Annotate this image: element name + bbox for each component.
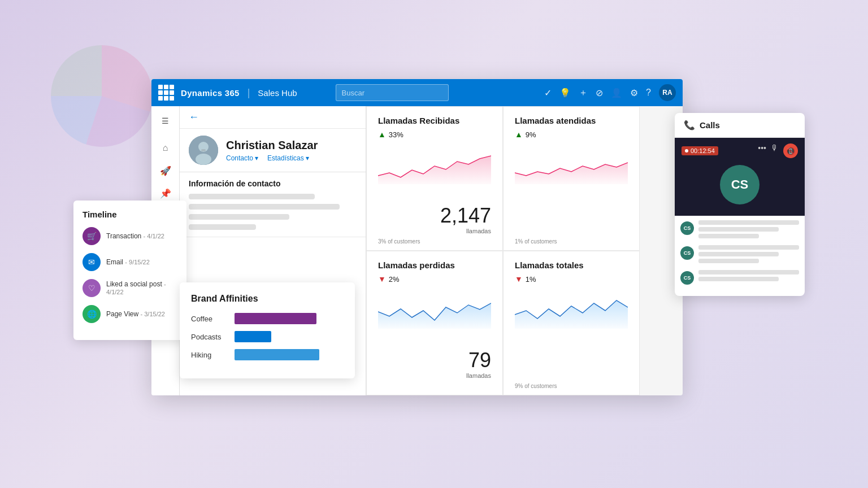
user-icon[interactable]: 👤	[611, 88, 622, 98]
sidebar-home-icon[interactable]: ⌂	[155, 138, 176, 158]
call-list-lines-1	[698, 245, 799, 263]
waffle-dot	[164, 85, 168, 89]
contact-name: Christian Salazar	[226, 139, 318, 152]
contact-tab-estadisticas[interactable]: Estadísticas ▾	[267, 154, 309, 162]
info-title: Información de contacto	[189, 179, 357, 188]
brand-label-coffee: Coffee	[191, 315, 228, 323]
brand-name: Dynamics 365	[181, 88, 240, 98]
timeline-title: Timeline	[83, 210, 177, 219]
sparkline-3	[515, 289, 628, 329]
call-controls: 00:12:54 ••• 🎙 📵	[682, 143, 798, 158]
brand-bar-coffee	[235, 313, 316, 324]
call-line-2	[698, 227, 779, 232]
stat-card-recibidas: Llamadas Recibidas ▲ 33%	[366, 106, 503, 251]
waffle-dot	[158, 85, 163, 89]
call-list-item-2: CS	[680, 270, 799, 285]
call-line-4	[698, 245, 799, 250]
timeline-text-0: Transaction - 4/1/22	[106, 232, 164, 240]
timeline-icon-0: 🛒	[83, 227, 101, 245]
avatar-image	[189, 136, 218, 165]
recording-dot	[685, 149, 688, 152]
search-bar[interactable]	[336, 84, 449, 101]
svg-point-2	[196, 154, 211, 165]
brand-bar-podcasts	[235, 331, 271, 342]
trend-up-icon: ▲	[378, 130, 386, 139]
stat-value-0: 2,147llamadas	[440, 204, 491, 234]
bulb-icon[interactable]: 💡	[559, 88, 571, 98]
stat-footnote-3: 9% of customers	[515, 383, 557, 389]
info-field-3	[189, 214, 289, 220]
mic-icon[interactable]: 🎙	[771, 143, 779, 158]
brand-bar-podcasts-container	[235, 331, 344, 342]
timeline-item-1: ✉ Email - 9/15/22	[83, 253, 177, 271]
brand-affinities-panel: Brand Affinities Coffee Podcasts Hiking	[180, 282, 355, 378]
timeline-text-3: Page View - 3/15/22	[106, 310, 165, 318]
sidebar-rocket-icon[interactable]: 🚀	[155, 160, 176, 181]
help-icon[interactable]: ?	[646, 88, 651, 98]
call-list: CS CS CS	[675, 216, 805, 296]
brand-item-coffee: Coffee	[191, 313, 344, 324]
stat-title-1: Llamadas atendidas	[515, 116, 628, 125]
info-fields	[189, 194, 357, 230]
info-section: Información de contacto	[180, 172, 366, 237]
waffle-dot	[164, 96, 168, 101]
timeline-item-0: 🛒 Transaction - 4/1/22	[83, 227, 177, 245]
back-button[interactable]: ←	[189, 111, 199, 123]
stat-unit-0: llamadas	[440, 228, 491, 234]
contact-info: Christian Salazar Contacto ▾ Estadística…	[226, 139, 318, 162]
contact-header: Christian Salazar Contacto ▾ Estadística…	[180, 129, 366, 172]
timeline-item-2: ♡ Liked a social post - 4/1/22	[83, 279, 177, 297]
call-line-7	[698, 270, 799, 274]
stat-trend-1: ▲ 9%	[515, 130, 628, 139]
brand-item-podcasts: Podcasts	[191, 331, 344, 342]
nav-hub: Sales Hub	[258, 88, 297, 98]
call-list-avatar-0: CS	[680, 221, 694, 235]
svg-rect-3	[201, 149, 206, 151]
trend-down-icon-2: ▼	[378, 274, 386, 284]
timeline-icon-3: 🌐	[83, 305, 101, 323]
info-field-2	[189, 204, 340, 210]
call-ctrl-icons: ••• 🎙 📵	[758, 143, 798, 158]
call-timer: 00:12:54	[682, 146, 718, 155]
waffle-dot	[158, 96, 163, 101]
waffle-dot	[158, 90, 163, 95]
timeline-text-2: Liked a social post - 4/1/22	[106, 280, 177, 296]
brand-title: Brand Affinities	[191, 294, 344, 304]
call-line-1	[698, 220, 799, 225]
stat-footnote-0: 3% of customers	[378, 238, 420, 245]
active-call: 00:12:54 ••• 🎙 📵 CS	[675, 138, 805, 216]
check-icon[interactable]: ✓	[544, 88, 552, 98]
brand-label-hiking: Hiking	[191, 351, 228, 359]
sidebar-hamburger[interactable]: ☰	[155, 111, 176, 131]
sparkline-2	[378, 289, 491, 329]
brand-item-hiking: Hiking	[191, 349, 344, 360]
stat-title-0: Llamadas Recibidas	[378, 116, 491, 125]
nav-divider: |	[248, 87, 250, 99]
stat-card-atendidas: Llamadas atendidas ▲ 9%	[503, 106, 640, 251]
user-avatar[interactable]: RA	[659, 84, 676, 101]
search-input[interactable]	[342, 89, 442, 97]
contact-tab-contacto[interactable]: Contacto ▾	[226, 154, 258, 162]
stat-card-perdidas: Llamadas perdidas ▼ 2%	[366, 251, 503, 395]
timeline-text-1: Email - 9/15/22	[106, 258, 150, 266]
sparkline-0	[378, 145, 491, 184]
nav-bar: Dynamics 365 | Sales Hub ✓ 💡 ＋ ⊘ 👤 ⚙ ? R…	[151, 79, 683, 106]
stats-grid: Llamadas Recibidas ▲ 33%	[366, 106, 640, 395]
brand-label-podcasts: Podcasts	[191, 333, 228, 341]
stat-title-2: Llamadas perdidas	[378, 260, 491, 270]
waffle-dot	[170, 90, 174, 95]
back-row: ←	[180, 106, 366, 129]
trend-up-icon-1: ▲	[515, 130, 523, 139]
filter-icon[interactable]: ⊘	[596, 88, 603, 98]
settings-icon[interactable]: ⚙	[630, 88, 638, 98]
end-call-button[interactable]: 📵	[783, 143, 798, 158]
brand-bar-coffee-container	[235, 313, 344, 324]
brand-bar-hiking	[235, 349, 319, 360]
call-list-lines-2	[698, 270, 799, 281]
call-line-6	[698, 259, 759, 263]
waffle-menu[interactable]	[158, 85, 174, 101]
plus-icon[interactable]: ＋	[579, 87, 588, 99]
more-icon[interactable]: •••	[758, 143, 766, 158]
calls-header: 📞 Calls	[675, 113, 805, 138]
waffle-dot	[164, 90, 168, 95]
